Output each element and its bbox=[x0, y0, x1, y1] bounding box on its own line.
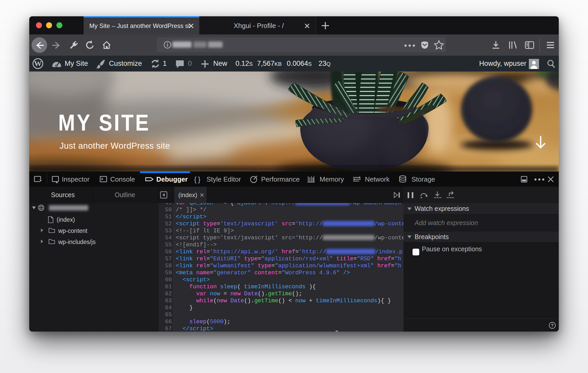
svg-text:?: ? bbox=[551, 323, 554, 328]
svg-text:W: W bbox=[34, 59, 42, 68]
